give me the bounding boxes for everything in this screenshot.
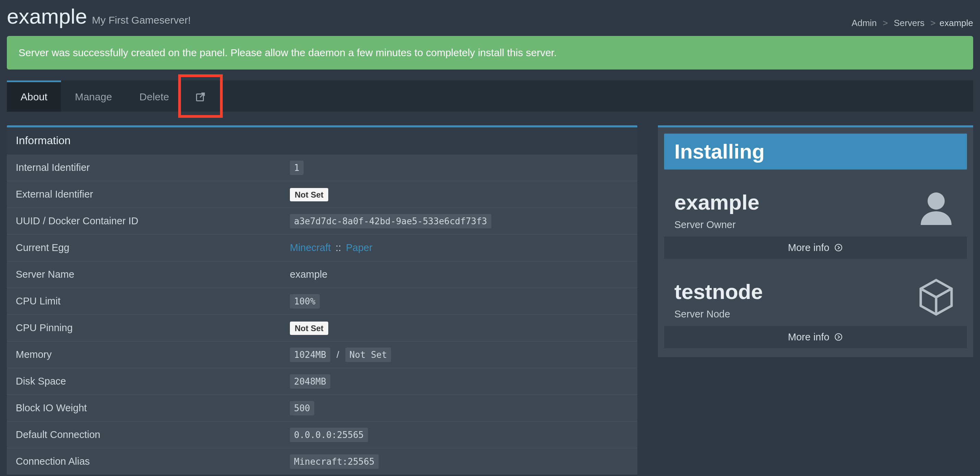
disk-label: Disk Space [7,368,281,395]
disk-value: 2048MB [290,374,330,389]
egg-nest-link[interactable]: Minecraft [290,242,331,253]
node-more-label: More info [788,332,830,343]
table-row: External Identifier Not Set [7,181,637,208]
server-name-value: example [281,261,637,288]
node-sub: Server Node [675,309,957,320]
svg-point-2 [835,244,842,251]
cpu-limit-value: 100% [290,294,320,309]
table-row: Server Name example [7,261,637,288]
arrow-circle-right-icon [832,242,843,253]
internal-id-value: 1 [290,160,304,175]
owner-name: example [675,190,957,214]
server-name-label: Server Name [7,261,281,288]
nav-tabs: About Manage Delete [7,81,973,112]
memory-label: Memory [7,341,281,368]
table-row: Current Egg Minecraft :: Paper [7,235,637,261]
information-panel-title: Information [7,127,637,154]
external-id-label: External Identifier [7,181,281,208]
memory-value: 1024MB [290,347,330,362]
breadcrumb: Admin > Servers > example [850,18,973,29]
cpu-limit-label: CPU Limit [7,288,281,315]
connection-alias-value: Minecraft:25565 [290,454,379,469]
sidebar-panel: Installing example Server Owner More inf… [658,125,973,357]
chevron-right-icon: > [883,18,888,28]
information-panel: Information Internal Identifier 1 Extern… [7,125,637,474]
table-row: Internal Identifier 1 [7,154,637,181]
io-weight-label: Block IO Weight [7,395,281,422]
alert-text: Server was successfully created on the p… [19,47,557,58]
page-title-text: example [7,4,87,29]
default-connection-label: Default Connection [7,422,281,448]
arrow-circle-right-icon [832,332,843,343]
tab-open-external[interactable] [183,81,218,112]
breadcrumb-servers[interactable]: Servers [894,18,924,28]
tab-manage[interactable]: Manage [61,81,126,112]
node-name: testnode [675,279,957,304]
external-id-value: Not Set [290,188,328,202]
internal-id-label: Internal Identifier [7,154,281,181]
tab-about-label: About [21,91,47,102]
table-row: Memory 1024MB / Not Set [7,341,637,368]
status-banner: Installing [664,133,967,170]
cpu-pinning-label: CPU Pinning [7,315,281,341]
breadcrumb-current: example [940,18,973,28]
default-connection-value: 0.0.0.0:25565 [290,428,368,442]
external-link-icon [195,91,206,103]
table-row: Block IO Weight 500 [7,395,637,422]
cube-icon [916,277,957,318]
owner-card: example Server Owner More info [664,181,967,259]
owner-more-label: More info [788,242,830,253]
memory-slash: / [336,349,339,360]
table-row: UUID / Docker Container ID a3e7d7dc-8a0f… [7,208,637,235]
node-more-info[interactable]: More info [664,326,967,348]
egg-separator: :: [336,242,341,253]
table-row: Disk Space 2048MB [7,368,637,395]
table-row: CPU Limit 100% [7,288,637,315]
information-table: Internal Identifier 1 External Identifie… [7,154,637,474]
table-row: Connection Alias Minecraft:25565 [7,448,637,475]
page-title: example My First Gameserver! [7,4,191,29]
svg-point-3 [835,333,842,340]
breadcrumb-admin[interactable]: Admin [851,18,877,28]
connection-alias-label: Connection Alias [7,448,281,475]
tab-delete-label: Delete [140,91,169,102]
svg-point-1 [928,192,945,209]
cpu-pinning-value: Not Set [290,322,328,335]
io-weight-value: 500 [290,401,314,416]
alert-success: Server was successfully created on the p… [7,36,973,70]
uuid-value: a3e7d7dc-8a0f-42bd-9ae5-533e6cdf73f3 [290,214,492,228]
page-subtitle: My First Gameserver! [92,14,191,26]
egg-name-link[interactable]: Paper [346,242,372,253]
table-row: Default Connection 0.0.0.0:25565 [7,422,637,448]
node-card: testnode Server Node [664,270,967,348]
current-egg-label: Current Egg [7,235,281,261]
tab-delete[interactable]: Delete [126,81,183,112]
owner-sub: Server Owner [675,219,957,230]
owner-more-info[interactable]: More info [664,236,967,259]
table-row: CPU Pinning Not Set [7,315,637,341]
chevron-right-icon: > [930,18,935,28]
tab-about[interactable]: About [7,81,61,112]
tab-manage-label: Manage [75,91,112,102]
memory-swap-value: Not Set [345,347,391,362]
uuid-label: UUID / Docker Container ID [7,208,281,235]
user-icon [916,187,957,228]
